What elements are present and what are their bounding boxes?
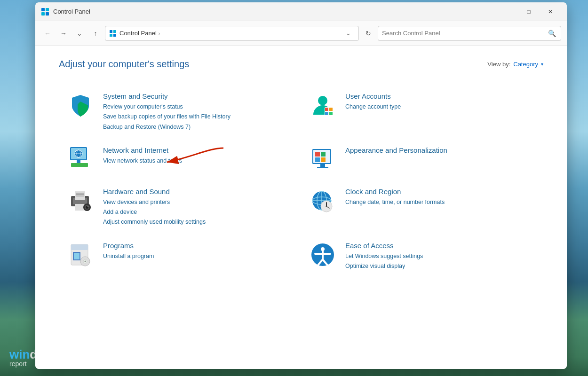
svg-point-8	[318, 96, 327, 105]
svg-rect-19	[77, 160, 80, 163]
svg-point-56	[85, 260, 86, 262]
svg-rect-0	[41, 8, 45, 11]
window-title: Control Panel	[53, 8, 496, 15]
breadcrumb-path: Control Panel	[119, 30, 157, 37]
breadcrumb-separator: ›	[159, 31, 160, 36]
svg-rect-11	[329, 108, 333, 111]
network-internet-title[interactable]: Network and Internet	[103, 146, 294, 154]
category-clock-region[interactable]: Clock and Region Change date, time, or n…	[301, 180, 543, 234]
category-programs[interactable]: Programs Uninstall a program	[59, 234, 301, 278]
back-button[interactable]: ←	[41, 27, 54, 40]
system-security-link-2[interactable]: Save backup copies of your files with Fi…	[103, 112, 294, 122]
system-security-title[interactable]: System and Security	[103, 92, 294, 100]
hardware-sound-content: Hardware and Sound View devices and prin…	[103, 187, 294, 227]
control-panel-window: Control Panel — □ ✕ ← → ⌄ ↑ Control Pane…	[35, 2, 567, 369]
svg-rect-13	[329, 112, 333, 115]
content-header: Adjust your computer's settings View by:…	[59, 59, 543, 70]
ease-of-access-content: Ease of Access Let Windows suggest setti…	[345, 241, 536, 272]
programs-icon	[66, 241, 95, 269]
window-icon	[41, 8, 49, 16]
svg-rect-26	[315, 157, 320, 162]
network-internet-icon	[66, 145, 95, 173]
up-button[interactable]: ↑	[89, 27, 102, 40]
svg-rect-3	[46, 12, 49, 16]
clock-region-link-1[interactable]: Change date, time, or number formats	[345, 197, 536, 207]
hardware-sound-icon	[66, 187, 95, 215]
svg-rect-12	[325, 112, 328, 115]
hardware-sound-title[interactable]: Hardware and Sound	[103, 188, 294, 196]
close-button[interactable]: ✕	[540, 4, 561, 19]
search-button[interactable]: 🔍	[547, 29, 557, 38]
appearance-icon	[309, 145, 337, 173]
view-by-value[interactable]: Category	[513, 61, 538, 68]
programs-content: Programs Uninstall a program	[103, 241, 294, 261]
clock-region-icon	[309, 187, 337, 215]
svg-rect-20	[71, 163, 88, 167]
svg-rect-6	[110, 34, 112, 37]
network-internet-content: Network and Internet View network status…	[103, 145, 294, 166]
ease-of-access-link-1[interactable]: Let Windows suggest settings	[345, 251, 536, 261]
address-box: Control Panel › ⌄	[105, 26, 359, 41]
svg-rect-4	[110, 30, 112, 33]
network-internet-link-1[interactable]: View network status and tasks	[103, 156, 294, 166]
hardware-sound-link-2[interactable]: Add a device	[103, 207, 294, 217]
window-controls: — □ ✕	[496, 4, 561, 19]
svg-rect-32	[75, 191, 85, 200]
category-appearance[interactable]: Appearance and Personalization	[301, 139, 543, 180]
system-security-link-3[interactable]: Backup and Restore (Windows 7)	[103, 122, 294, 132]
svg-rect-7	[113, 34, 116, 37]
titlebar: Control Panel — □ ✕	[35, 2, 567, 21]
system-security-content: System and Security Review your computer…	[103, 91, 294, 132]
system-security-link-1[interactable]: Review your computer's status	[103, 102, 294, 112]
svg-rect-25	[321, 152, 326, 157]
view-by-label: View by:	[487, 61, 510, 68]
content-area: Adjust your computer's settings View by:…	[35, 46, 567, 369]
addressbar: ← → ⌄ ↑ Control Panel › ⌄ ↻ 🔍	[35, 21, 567, 46]
svg-rect-51	[71, 244, 88, 250]
breadcrumb: Control Panel ›	[119, 30, 337, 37]
svg-rect-24	[315, 152, 320, 157]
category-ease-of-access[interactable]: Ease of Access Let Windows suggest setti…	[301, 234, 543, 278]
address-dropdown-button[interactable]: ⌄	[342, 27, 355, 40]
user-accounts-icon	[309, 91, 337, 119]
address-icon	[109, 30, 117, 37]
category-network-internet[interactable]: Network and Internet View network status…	[59, 139, 301, 180]
search-box: 🔍	[378, 26, 561, 41]
user-accounts-link-1[interactable]: Change account type	[345, 102, 536, 112]
system-security-icon	[66, 91, 95, 119]
category-hardware-sound[interactable]: Hardware and Sound View devices and prin…	[59, 180, 301, 234]
hardware-sound-link-1[interactable]: View devices and printers	[103, 197, 294, 207]
svg-rect-10	[325, 108, 328, 111]
ease-of-access-title[interactable]: Ease of Access	[345, 242, 536, 250]
hardware-sound-link-3[interactable]: Adjust commonly used mobility settings	[103, 217, 294, 227]
svg-rect-1	[46, 8, 49, 11]
search-input[interactable]	[382, 30, 544, 37]
user-accounts-content: User Accounts Change account type	[345, 91, 536, 112]
svg-rect-53	[74, 253, 79, 259]
user-accounts-title[interactable]: User Accounts	[345, 92, 536, 100]
svg-point-40	[87, 206, 88, 207]
svg-rect-29	[317, 167, 328, 168]
svg-rect-27	[321, 157, 326, 162]
programs-link-1[interactable]: Uninstall a program	[103, 251, 294, 261]
view-by-dropdown[interactable]: ▾	[541, 62, 543, 67]
maximize-button[interactable]: □	[518, 4, 540, 19]
appearance-content: Appearance and Personalization	[345, 145, 536, 156]
recent-locations-button[interactable]: ⌄	[73, 27, 86, 40]
appearance-title[interactable]: Appearance and Personalization	[345, 146, 536, 154]
svg-rect-5	[113, 30, 116, 33]
category-system-security[interactable]: System and Security Review your computer…	[59, 85, 301, 139]
svg-rect-28	[320, 164, 325, 167]
refresh-button[interactable]: ↻	[362, 27, 375, 40]
svg-rect-2	[41, 12, 45, 16]
clock-region-content: Clock and Region Change date, time, or n…	[345, 187, 536, 207]
minimize-button[interactable]: —	[496, 4, 518, 19]
category-user-accounts[interactable]: User Accounts Change account type	[301, 85, 543, 139]
clock-region-title[interactable]: Clock and Region	[345, 188, 536, 196]
programs-title[interactable]: Programs	[103, 242, 294, 250]
page-title: Adjust your computer's settings	[59, 59, 189, 70]
ease-of-access-icon	[309, 241, 337, 269]
forward-button[interactable]: →	[57, 27, 70, 40]
categories-grid: System and Security Review your computer…	[59, 85, 543, 278]
ease-of-access-link-2[interactable]: Optimize visual display	[345, 261, 536, 271]
